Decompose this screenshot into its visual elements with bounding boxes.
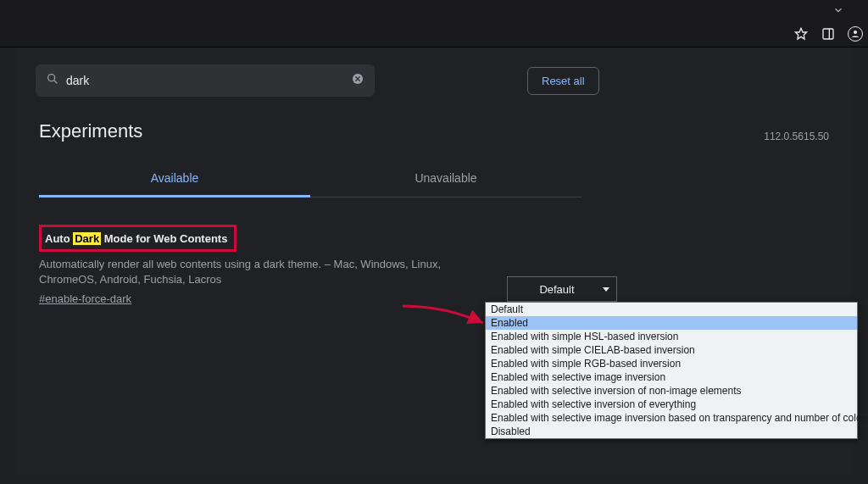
- search-icon: [46, 72, 59, 89]
- svg-line-5: [54, 81, 57, 83]
- svg-rect-1: [823, 29, 833, 39]
- dropdown-option[interactable]: Disabled: [486, 425, 857, 438]
- annotation-arrow-icon: [398, 302, 492, 336]
- panel-icon[interactable]: [821, 26, 836, 42]
- dropdown-option[interactable]: Enabled with selective inversion of non-…: [486, 384, 857, 398]
- dropdown-option[interactable]: Enabled with simple RGB-based inversion: [486, 357, 857, 370]
- dropdown-option[interactable]: Enabled with simple HSL-based inversion: [486, 330, 857, 343]
- dropdown-option[interactable]: Enabled with selective image inversion: [486, 370, 857, 384]
- flag-title-pre: Auto: [45, 232, 73, 245]
- controls-row: Reset all: [15, 47, 853, 97]
- tab-unavailable[interactable]: Unavailable: [310, 161, 581, 197]
- flag-select-dropdown[interactable]: DefaultEnabledEnabled with simple HSL-ba…: [485, 302, 858, 439]
- dropdown-option[interactable]: Enabled with selective image inversion b…: [486, 411, 857, 425]
- profile-avatar-icon[interactable]: [848, 26, 863, 42]
- browser-toolbar: [0, 20, 868, 47]
- search-input[interactable]: [66, 74, 351, 87]
- version-label: 112.0.5615.50: [764, 131, 829, 142]
- svg-point-3: [854, 31, 857, 34]
- flags-page: Reset all Experiments 112.0.5615.50 Avai…: [15, 47, 853, 476]
- flag-title: Auto Dark Mode for Web Contents: [45, 232, 227, 245]
- window: Reset all Experiments 112.0.5615.50 Avai…: [0, 0, 868, 484]
- search-box[interactable]: [36, 64, 375, 97]
- header-row: Experiments 112.0.5615.50: [15, 97, 853, 142]
- tab-available[interactable]: Available: [39, 161, 310, 197]
- flag-anchor-link[interactable]: #enable-force-dark: [39, 292, 131, 305]
- dropdown-option[interactable]: Enabled: [486, 316, 857, 330]
- window-chevron-icon[interactable]: [826, 0, 851, 20]
- svg-marker-0: [795, 28, 806, 39]
- dropdown-option[interactable]: Enabled with simple CIELAB-based inversi…: [486, 343, 857, 357]
- titlebar: [0, 0, 868, 20]
- flag-select-value: Default: [539, 283, 574, 296]
- clear-search-icon[interactable]: [351, 72, 364, 89]
- page-title: Experiments: [39, 120, 142, 142]
- flag-description: Automatically render all web contents us…: [39, 257, 471, 287]
- bookmark-star-icon[interactable]: [793, 26, 809, 42]
- tabs: Available Unavailable: [39, 161, 581, 197]
- flag-title-highlight-box: Auto Dark Mode for Web Contents: [39, 225, 236, 252]
- flag-title-post: Mode for Web Contents: [101, 232, 227, 245]
- reset-all-button[interactable]: Reset all: [527, 67, 599, 95]
- dropdown-option[interactable]: Default: [486, 303, 857, 316]
- flag-select[interactable]: Default: [507, 276, 617, 302]
- flag-title-highlight: Dark: [73, 232, 101, 245]
- dropdown-option[interactable]: Enabled with selective inversion of ever…: [486, 398, 857, 411]
- svg-point-4: [48, 75, 55, 81]
